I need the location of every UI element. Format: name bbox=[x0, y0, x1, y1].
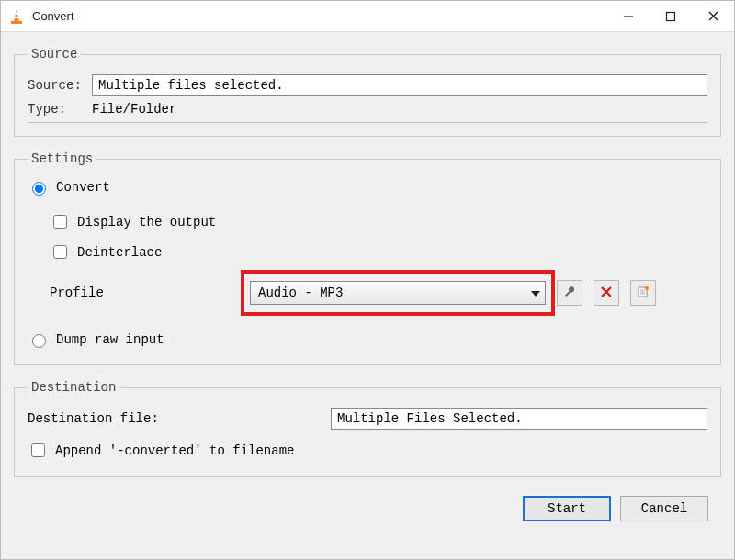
profile-row: Profile Audio - MP3 bbox=[50, 280, 707, 306]
deinterlace-label: Deinterlace bbox=[77, 245, 162, 260]
window-controls bbox=[607, 2, 734, 31]
settings-group: Settings Convert Display the output Dein… bbox=[14, 151, 721, 365]
convert-window: Convert Source Source: Type: File/Folder bbox=[0, 0, 735, 560]
profile-select-wrap: Audio - MP3 bbox=[250, 281, 546, 305]
delete-profile-button[interactable] bbox=[594, 280, 619, 306]
convert-radio-input[interactable] bbox=[32, 182, 46, 196]
convert-radio-label: Convert bbox=[56, 180, 110, 195]
type-label: Type: bbox=[28, 102, 92, 117]
append-converted-checkbox-input[interactable] bbox=[31, 443, 45, 457]
svg-marker-0 bbox=[14, 9, 19, 22]
append-converted-checkbox[interactable]: Append '-converted' to filename bbox=[28, 441, 294, 460]
dump-radio-label: Dump raw input bbox=[56, 332, 164, 347]
display-output-checkbox[interactable]: Display the output bbox=[50, 212, 216, 231]
destination-group: Destination Destination file: Append '-c… bbox=[14, 380, 721, 477]
svg-rect-5 bbox=[667, 12, 675, 20]
source-group: Source Source: Type: File/Folder bbox=[14, 47, 721, 137]
start-button[interactable]: Start bbox=[523, 496, 611, 521]
cancel-button[interactable]: Cancel bbox=[620, 496, 708, 521]
client-area: Source Source: Type: File/Folder Setting… bbox=[1, 32, 734, 559]
x-icon bbox=[600, 286, 613, 301]
window-title: Convert bbox=[32, 9, 607, 23]
destination-file-label: Destination file: bbox=[28, 411, 331, 426]
dialog-footer: Start Cancel bbox=[14, 487, 721, 531]
svg-rect-2 bbox=[14, 17, 18, 18]
minimize-button[interactable] bbox=[607, 2, 650, 31]
vlc-cone-icon bbox=[8, 8, 25, 25]
source-legend: Source bbox=[28, 47, 81, 62]
deinterlace-checkbox-input[interactable] bbox=[53, 245, 67, 259]
maximize-button[interactable] bbox=[650, 2, 692, 31]
profile-select[interactable]: Audio - MP3 bbox=[250, 281, 546, 305]
new-profile-button[interactable] bbox=[630, 280, 656, 306]
destination-file-input[interactable] bbox=[331, 408, 707, 430]
destination-file-row: Destination file: bbox=[28, 408, 707, 430]
convert-radio[interactable]: Convert bbox=[28, 179, 110, 196]
svg-rect-1 bbox=[15, 13, 18, 15]
titlebar: Convert bbox=[1, 1, 734, 32]
append-converted-label: Append '-converted' to filename bbox=[55, 443, 294, 458]
svg-point-15 bbox=[645, 286, 649, 290]
svg-rect-3 bbox=[11, 21, 22, 24]
deinterlace-checkbox[interactable]: Deinterlace bbox=[50, 242, 162, 262]
display-output-label: Display the output bbox=[77, 215, 216, 230]
destination-legend: Destination bbox=[28, 380, 119, 395]
wrench-icon bbox=[562, 285, 577, 302]
dump-radio-input[interactable] bbox=[32, 334, 46, 348]
edit-profile-button[interactable] bbox=[557, 280, 582, 306]
dump-radio[interactable]: Dump raw input bbox=[28, 331, 164, 348]
type-row: Type: File/Folder bbox=[28, 102, 707, 123]
close-button[interactable] bbox=[692, 2, 734, 31]
settings-legend: Settings bbox=[28, 151, 96, 166]
profile-label: Profile bbox=[50, 286, 243, 300]
new-document-icon bbox=[637, 286, 650, 301]
source-row: Source: bbox=[28, 74, 707, 96]
source-input[interactable] bbox=[92, 74, 707, 96]
type-value: File/Folder bbox=[92, 102, 176, 117]
source-label: Source: bbox=[28, 78, 92, 93]
display-output-checkbox-input[interactable] bbox=[53, 215, 67, 229]
